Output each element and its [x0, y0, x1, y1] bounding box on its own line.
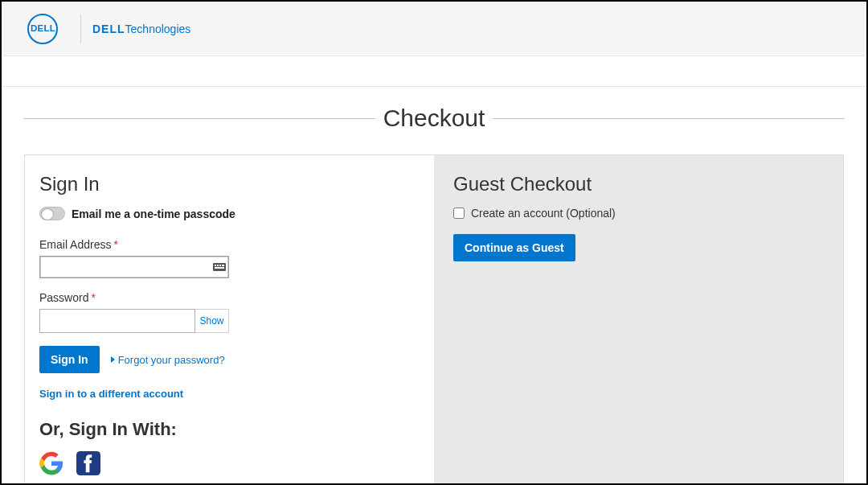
email-input-wrap: [39, 256, 229, 278]
password-row: Show: [39, 309, 229, 333]
guest-title: Guest Checkout: [453, 173, 824, 195]
password-field-group: Password* Show: [39, 291, 411, 333]
create-account-label: Create an account (Optional): [471, 207, 616, 220]
signin-action-row: Sign In Forgot your password?: [39, 346, 411, 373]
svg-rect-4: [222, 265, 224, 266]
brand-strong: DELL: [92, 23, 125, 35]
brand-light: Technologies: [125, 23, 191, 35]
password-required-indicator: *: [91, 291, 95, 304]
chevron-right-icon: [111, 356, 115, 363]
title-rule-right: [493, 118, 844, 119]
signin-button[interactable]: Sign In: [39, 346, 100, 373]
passcode-toggle-label: Email me a one-time passcode: [72, 208, 235, 220]
svg-rect-5: [215, 267, 224, 269]
create-account-row: Create an account (Optional): [453, 207, 824, 220]
nav-spacer: [2, 56, 866, 87]
forgot-password-text: Forgot your password?: [118, 354, 225, 366]
passcode-toggle[interactable]: [39, 207, 65, 220]
social-signin-row: [39, 451, 411, 475]
dell-technologies-logo[interactable]: DELL Technologies: [92, 23, 190, 35]
header-separator: [80, 14, 81, 43]
or-signin-title: Or, Sign In With:: [39, 419, 411, 440]
continue-as-guest-button[interactable]: Continue as Guest: [453, 234, 575, 261]
show-password-button[interactable]: Show: [195, 309, 229, 333]
password-label: Password*: [39, 291, 411, 304]
svg-rect-1: [215, 265, 216, 266]
password-input[interactable]: [39, 309, 195, 333]
dell-logo-text: DELL: [31, 24, 55, 33]
guest-panel: Guest Checkout Create an account (Option…: [434, 155, 843, 485]
forgot-password-link[interactable]: Forgot your password?: [111, 354, 225, 366]
different-account-link[interactable]: Sign in to a different account: [39, 388, 411, 400]
page-title-row: Checkout: [24, 105, 844, 132]
svg-rect-3: [219, 265, 221, 266]
signin-title: Sign In: [39, 173, 411, 195]
create-account-checkbox[interactable]: [453, 208, 465, 219]
passcode-toggle-row: Email me a one-time passcode: [39, 207, 411, 220]
autofill-icon[interactable]: [213, 261, 226, 273]
signin-panel: Sign In Email me a one-time passcode Ema…: [25, 155, 434, 485]
email-label: Email Address*: [39, 238, 411, 251]
google-signin-button[interactable]: [39, 451, 63, 475]
email-input[interactable]: [39, 256, 229, 278]
facebook-signin-button[interactable]: [76, 451, 100, 475]
top-header: DELL DELL Technologies: [2, 2, 866, 56]
page-title: Checkout: [383, 105, 485, 132]
email-label-text: Email Address: [39, 238, 111, 251]
email-field-group: Email Address*: [39, 238, 411, 278]
dell-logo[interactable]: DELL: [27, 14, 58, 44]
svg-rect-2: [217, 265, 219, 266]
email-required-indicator: *: [113, 238, 117, 251]
checkout-panels: Sign In Email me a one-time passcode Ema…: [24, 154, 844, 485]
password-label-text: Password: [39, 291, 88, 304]
title-rule-left: [24, 118, 375, 119]
